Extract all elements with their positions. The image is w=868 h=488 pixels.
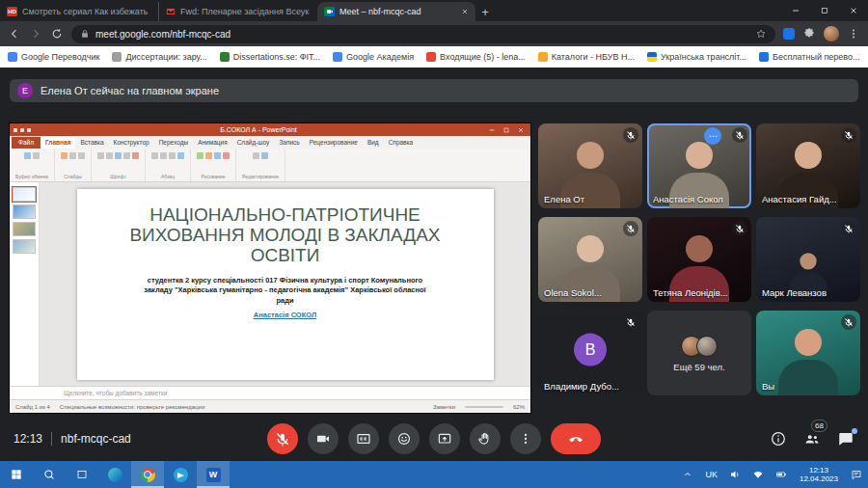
leave-call-button[interactable] <box>551 423 601 454</box>
close-button[interactable] <box>839 0 868 21</box>
task-view-button[interactable] <box>66 461 98 488</box>
shared-screen-presentation[interactable]: Б.СОКОЛ А - PowerPoint Файл Главная Вста… <box>10 123 530 413</box>
smile-icon <box>396 431 412 447</box>
taskbar-search-button[interactable] <box>33 461 66 488</box>
present-icon <box>437 431 452 447</box>
taskbar-clock[interactable]: 12:13 12.04.2023 <box>793 461 845 488</box>
browser-tab-2[interactable]: Fwd: Пленарне засідання Всеук <box>158 2 317 21</box>
forward-icon[interactable] <box>29 27 42 41</box>
extensions-puzzle-icon[interactable] <box>802 27 816 41</box>
favicon <box>8 52 17 62</box>
video-tile[interactable]: Тетяна Леонідів... <box>647 217 751 302</box>
ribbon-group: Рисование <box>191 149 236 181</box>
ppt-minimize-icon <box>486 123 498 136</box>
volume-button[interactable] <box>723 461 746 488</box>
ppt-canvas: НАЦІОНАЛЬНО-ПАТРІОТИЧНЕ ВИХОВАННЯ МОЛОДІ… <box>40 182 530 386</box>
more-options-button[interactable] <box>510 423 541 454</box>
profile-avatar[interactable] <box>824 26 839 41</box>
more-participants-label: Ещё 59 чел. <box>647 362 751 372</box>
extension-icon[interactable] <box>783 28 795 40</box>
favicon <box>333 52 342 62</box>
battery-button[interactable] <box>770 461 793 488</box>
start-button[interactable] <box>0 461 33 488</box>
reload-icon[interactable] <box>50 27 64 41</box>
raise-hand-button[interactable] <box>470 423 501 454</box>
action-center-icon <box>851 469 862 480</box>
meeting-details-button[interactable] <box>770 430 787 447</box>
self-video-tile[interactable]: Вы <box>756 311 860 395</box>
url-text: meet.google.com/nbf-mcqc-cad <box>95 29 749 40</box>
language-indicator[interactable]: UK <box>699 461 723 488</box>
participant-initial-avatar: В <box>574 334 607 366</box>
ppt-quick-access-icon <box>20 128 24 132</box>
maximize-button[interactable] <box>810 0 839 21</box>
network-button[interactable] <box>746 461 770 488</box>
browser-menu-icon[interactable] <box>847 27 860 41</box>
participant-name: Тетяна Леонідів... <box>653 287 728 298</box>
zoom-level: 62% <box>513 404 525 410</box>
video-tile[interactable]: Марк Леванзов <box>756 217 860 302</box>
bookmark-item[interactable]: Google Переводчик <box>8 52 99 62</box>
taskbar-edge[interactable] <box>98 461 131 488</box>
taskbar-chrome[interactable] <box>131 461 164 488</box>
slide-title: НАЦІОНАЛЬНО-ПАТРІОТИЧНЕ ВИХОВАННЯ МОЛОДІ… <box>126 204 445 266</box>
volume-icon <box>729 469 741 480</box>
slide-subtitle: студентка 2 курсу спеціальності 017 Фізи… <box>141 276 430 305</box>
taskbar-telegram[interactable] <box>164 461 197 488</box>
people-panel-button[interactable]: 68 <box>803 430 821 447</box>
bookmarks-bar: Google Переводчик Диссертации: зару... D… <box>0 46 868 68</box>
camera-toggle-button[interactable] <box>308 423 339 454</box>
video-tile[interactable]: Елена От <box>538 123 642 208</box>
video-tile[interactable]: Olena Sokol... <box>538 217 642 302</box>
bookmark-star-icon[interactable] <box>755 28 767 40</box>
more-participants-tile[interactable]: Ещё 59 чел. <box>647 311 751 395</box>
clock-time: 12:13 <box>809 466 828 474</box>
reactions-button[interactable] <box>389 423 420 454</box>
video-tile[interactable]: В Владимир Дубо... <box>538 311 642 395</box>
ppt-tab: Конструктор <box>109 137 154 149</box>
tab-close-icon[interactable] <box>461 8 469 15</box>
bookmark-item[interactable]: Українська трансліт... <box>647 52 746 62</box>
bookmark-item[interactable]: Диссертации: зару... <box>112 52 206 62</box>
video-tile-pinned[interactable]: ⋯ Анастасія Сокол <box>647 123 751 208</box>
ppt-tab: Запись <box>274 137 304 149</box>
ribbon-group: Редактирование <box>236 149 285 181</box>
bookmark-item[interactable]: Каталоги - НБУВ Н... <box>538 52 635 62</box>
browser-tab-meet[interactable]: Meet – nbf-mcqc-cad <box>317 2 475 21</box>
present-button[interactable] <box>429 423 460 454</box>
favicon <box>538 52 548 62</box>
taskbar-word[interactable]: W <box>197 461 230 488</box>
address-bar[interactable]: meet.google.com/nbf-mcqc-cad <box>71 25 775 43</box>
windows-logo-icon <box>10 468 23 481</box>
edge-icon <box>108 468 122 482</box>
video-tile[interactable]: Анастасия Гайд... <box>756 123 860 208</box>
back-icon[interactable] <box>8 27 21 41</box>
tab-label: Fwd: Пленарне засідання Всеук <box>180 7 311 16</box>
bookmark-item[interactable]: Входящие (5) - lena... <box>426 52 526 62</box>
mic-toggle-button[interactable] <box>267 423 298 454</box>
ribbon-group: Слайды <box>55 149 92 181</box>
slide-thumbnail <box>13 222 36 236</box>
ppt-notes-area: Щелкните, чтобы добавить заметки <box>10 386 530 399</box>
ppt-ribbon-tabs: Файл Главная Вставка Конструктор Переход… <box>10 136 530 149</box>
bookmark-item[interactable]: Google Академія <box>333 52 414 62</box>
tray-expand-button[interactable] <box>676 461 699 488</box>
notes-toggle: Заметки <box>433 404 455 410</box>
chat-panel-button[interactable] <box>837 430 854 447</box>
bookmark-item[interactable]: Бесплатный перево... <box>759 52 860 62</box>
ribbon-group: Шрифт <box>92 149 146 181</box>
mic-off-icon <box>841 127 856 143</box>
minimize-button[interactable] <box>781 0 810 21</box>
telegram-icon <box>174 468 188 482</box>
search-icon <box>42 468 56 481</box>
participant-name: Olena Sokol... <box>544 287 602 298</box>
new-tab-button[interactable]: + <box>475 2 495 21</box>
browser-tab-bar: HD Смотреть сериал Как избежать Fwd: Пле… <box>0 0 868 21</box>
captions-button[interactable] <box>348 423 379 454</box>
favicon <box>426 52 436 62</box>
ribbon-group: Абзац <box>146 149 191 181</box>
action-center-button[interactable] <box>845 461 868 488</box>
browser-tab-1[interactable]: HD Смотреть сериал Как избежать <box>0 2 158 21</box>
participant-video <box>776 241 841 294</box>
bookmark-item[interactable]: Dissertations.se: ФІТ... <box>220 52 320 62</box>
